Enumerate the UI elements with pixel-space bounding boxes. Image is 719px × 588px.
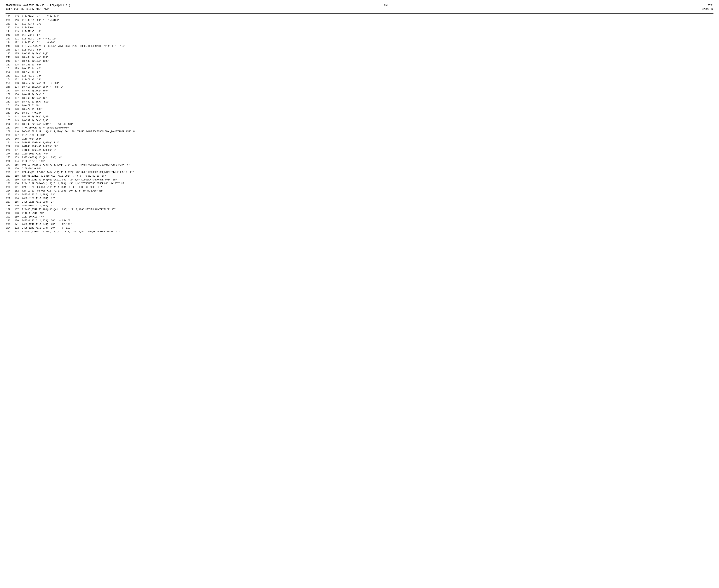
row-content: Ш12-523-6' 271*	[21, 22, 714, 26]
table-row: 2871652405-3165(А1.1,098)' 2*	[5, 200, 714, 204]
row-number: 276	[5, 160, 14, 163]
row-content: Щ8-468-1(18А)' 156*	[21, 56, 714, 59]
table-row: 272150241649-1065(А1.1,089)' 36*	[5, 145, 714, 148]
table-row: 248126Щ8-468-1(18А)' 156*	[5, 56, 714, 59]
row-content: 2405-3070(А1.1,098)' 5*	[21, 204, 714, 208]
row-content: С1511-180' 0,001*	[21, 133, 714, 137]
row-content: Щ8-469-4(18А)' 12*	[21, 97, 714, 100]
row-index: 152	[14, 152, 21, 156]
row-index: 124	[14, 48, 21, 52]
row-content: Т24-45ДО11 22,П.1.1467(=13)(А1.1,082)' 2…	[21, 170, 714, 174]
row-content: Т24-18-29 П06-054(=13)(А1.1,098)' 45' 1,…	[21, 182, 714, 185]
row-number: 253	[5, 74, 14, 78]
row-index: 134	[14, 85, 21, 89]
table-row: 279157Т24-45ДО11 22,П.1.1467(=13)(А1.1,0…	[5, 170, 714, 174]
row-index: 120	[14, 34, 21, 37]
row-content: Щ8-147-3(18А)' 0,82*	[21, 115, 714, 119]
header-left: ПРОГРАММНЫЙ КОМПЛЕКС ABL-3EL ( РЕДАКЦИЯ …	[5, 4, 70, 11]
row-content: 2405-1243(А1.1,073)' 50' ' + СП-100*	[21, 219, 714, 223]
table-row: 250128Щ8-153-13' 94*	[5, 63, 714, 67]
row-index: 135	[14, 89, 21, 93]
row-index: 145	[14, 126, 21, 130]
row-index: 160	[14, 182, 21, 185]
row-number: 266	[5, 122, 14, 126]
row-number: 241	[5, 30, 14, 34]
row-index: 144	[14, 122, 21, 126]
row-index: 155	[14, 163, 21, 167]
row-index: 119	[14, 30, 21, 34]
row-content: Ш11-711-2' 28*	[21, 78, 714, 82]
row-index: 154	[14, 160, 21, 163]
row-content: 2405-1249(А1.1,073)' 10' ' + СТ-100*	[21, 226, 714, 230]
row-index: 170	[14, 219, 21, 223]
row-index: 158	[14, 174, 21, 178]
row-index: 115	[14, 15, 21, 18]
row-number: 242	[5, 34, 14, 37]
row-number: 245	[5, 44, 14, 48]
table-row: 252130Щ8-153-15' 2*	[5, 70, 714, 74]
table-row: 280158Т24-05 ДОП22 П1-1468(=13)(А1.1,082…	[5, 174, 714, 178]
row-number: 261	[5, 104, 14, 107]
row-number: 274	[5, 152, 14, 156]
table-row: 255133Щ8-417-1(18А)' 36' ' + ПВХ*	[5, 82, 714, 85]
content-table: 237115Ш12-798-1' 4' ' + 829-10-0*238116Ш…	[5, 15, 714, 234]
row-index: 141	[14, 111, 21, 115]
row-number: 237	[5, 15, 14, 18]
row-content: С113-1(=13)' 10*	[21, 211, 714, 215]
row-number: 281	[5, 178, 14, 182]
table-row: 2931712405-1246(А1.1,073)' 20' ' + СУ-10…	[5, 223, 714, 226]
row-number: 270	[5, 137, 14, 141]
row-index: 164	[14, 196, 21, 200]
row-number: 288	[5, 204, 14, 208]
row-number: 268	[5, 130, 14, 133]
table-row: 277155Т01-13 ТАБ18.1(=13)(А1.1,029)' 271…	[5, 163, 714, 167]
table-row: 238116Ш12-807-1' 90' ' + 15К416П*	[5, 18, 714, 22]
row-number: 252	[5, 70, 14, 74]
table-row: 289167Т24-05 ДОП2 П3-194(=13)(А1.1,098)'…	[5, 208, 714, 211]
row-content: Т24-18-29 П06-028(=13)(А1.1,098)' 10' 2,…	[21, 189, 714, 193]
row-content: 241649-1065(А1.1,089)' 36*	[21, 145, 714, 148]
row-content: Щ8-417-1(18А)' 36' ' + ПВХ*	[21, 82, 714, 85]
row-content: 241649-1062(А1.1,089)' 111*	[21, 141, 714, 145]
table-row: 237115Ш12-798-1' 4' ' + 829-10-0*	[5, 15, 714, 18]
row-number: 255	[5, 82, 14, 85]
table-row: 281159Т24-05 ДОП2 П1-143(=13)(А1.1,082)'…	[5, 178, 714, 182]
row-number: 277	[5, 163, 14, 167]
row-number: 247	[5, 52, 14, 56]
row-content: Т24-18-29 П06-059(=13)(А1.1,098)' 3' 2' …	[21, 185, 714, 189]
table-row: 251129Щ8-153-14' 42*	[5, 67, 714, 70]
row-index: 162	[14, 189, 21, 193]
table-row: 2941722405-1249(А1.1,073)' 10' ' + СТ-10…	[5, 226, 714, 230]
table-row: 269147С1511-180' 0,001*	[5, 133, 714, 137]
row-number: 240	[5, 26, 14, 29]
row-index: 143	[14, 119, 21, 122]
row-number: 282	[5, 182, 14, 185]
row-number: 278	[5, 167, 14, 170]
row-number: 272	[5, 145, 14, 148]
row-content: Щ8-405-2(18А)' 0,011' ' + ДЛЯ ЛОТКОВ*	[21, 122, 714, 126]
row-content: Щ8-149-1(18А)' 1593*	[21, 59, 714, 63]
table-row: 268146Т05-03 П8-0119(=13)(А1.1,076)' 36'…	[5, 130, 714, 133]
row-number: 262	[5, 107, 14, 111]
row-index: 156	[14, 167, 21, 170]
table-row: 261139Щ8-472-6' 40*	[5, 104, 714, 107]
row-content: Т24-05 ДОП2 П1-143(=13)(А1.1,082)' 2' 6,…	[21, 178, 714, 182]
table-row: 264142Щ8-147-3(18А)' 0,82*	[5, 115, 714, 119]
table-row: 2751532307-40003(=13)(А1.1,098)' 4*	[5, 156, 714, 160]
row-content: Щ8-153-14' 42*	[21, 67, 714, 70]
table-row: 245123ШТ8-534-14(=7)' 2' 3,84#1,73#0,06#…	[5, 44, 714, 48]
row-index: 146	[14, 130, 21, 133]
row-number: 259	[5, 97, 14, 100]
header-line2: 903-1-250. 87 ДД.24, КН.4, Ч.2	[5, 7, 70, 11]
row-content: С159-481' 284*	[21, 137, 714, 141]
row-number: 284	[5, 189, 14, 193]
table-row: 278156С159-38' 0,001*	[5, 167, 714, 170]
row-index: 127	[14, 59, 21, 63]
table-row: 274152С130-1039(=13)' 45*	[5, 152, 714, 156]
row-content: Щ8-469-2(18А)' 6*	[21, 93, 714, 97]
table-row: 283161Т24-18-29 П06-059(=13)(А1.1,098)' …	[5, 185, 714, 189]
row-index: 123	[14, 44, 21, 48]
table-row: 244122Ш11-582-3' 7' ' + КС-20*	[5, 41, 714, 44]
row-index: 132	[14, 78, 21, 82]
row-number: 271	[5, 141, 14, 145]
